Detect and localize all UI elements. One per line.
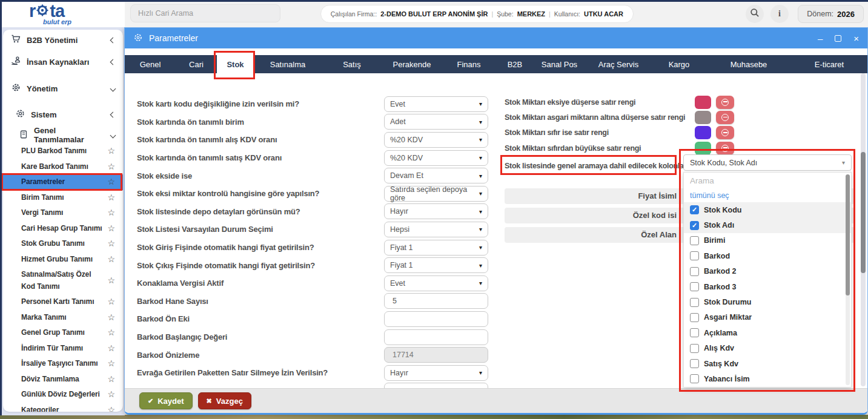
- save-button[interactable]: ✔ Kaydet: [139, 392, 193, 409]
- dialog-tab[interactable]: Finans: [442, 55, 496, 73]
- sidebar-group-genel-tanimlamalar[interactable]: Genel Tanımlamalar: [3, 127, 123, 144]
- sidebar-item[interactable]: İndirim Tür Tanımı ☆: [3, 341, 123, 357]
- form-select[interactable]: %20 KDV ▾: [384, 132, 488, 148]
- sidebar-group-b2b[interactable]: B2B Yönetimi: [3, 31, 123, 49]
- checkbox-icon[interactable]: ✓: [690, 359, 699, 368]
- dialog-tab[interactable]: Perakende: [382, 55, 442, 73]
- dropdown-search-input[interactable]: [684, 176, 838, 185]
- dialog-titlebar[interactable]: Parametreler – ×: [125, 28, 867, 48]
- form-text-input[interactable]: [384, 311, 488, 327]
- dialog-scrollbar[interactable]: [861, 73, 866, 386]
- sidebar-item[interactable]: İrsaliye Taşıyıcı Tanımı ☆: [3, 356, 123, 372]
- star-icon[interactable]: ☆: [108, 192, 115, 204]
- search-button[interactable]: [746, 5, 764, 23]
- color-swatch[interactable]: [695, 96, 711, 109]
- sidebar-item[interactable]: Satınalma/Satış Özel Kod Tanımı ☆: [3, 267, 123, 294]
- form-select[interactable]: Hepsi ▾: [384, 222, 488, 237]
- remove-color-button[interactable]: [716, 142, 734, 155]
- dialog-tab[interactable]: Araç Servis: [585, 55, 652, 73]
- quick-search-input[interactable]: [130, 4, 280, 22]
- checkbox-icon[interactable]: ✓: [690, 344, 699, 353]
- checkbox-icon[interactable]: ✓: [690, 251, 699, 260]
- cancel-button[interactable]: ✖ Vazgeç: [198, 392, 251, 409]
- star-icon[interactable]: ☆: [108, 207, 115, 219]
- form-select[interactable]: Hayır ▾: [384, 203, 488, 219]
- dropdown-option[interactable]: ✓ Barkod 2: [684, 264, 851, 279]
- sidebar-item[interactable]: Genel Grup Tanımı ☆: [3, 325, 123, 341]
- sidebar-item[interactable]: Stok Grubu Tanımı ☆: [3, 236, 123, 252]
- sidebar-group-sistem[interactable]: Sistem: [3, 102, 123, 127]
- checkbox-icon[interactable]: ✓: [690, 313, 699, 322]
- checkbox-icon[interactable]: ✓: [690, 282, 699, 291]
- dialog-tab[interactable]: Muhasebe: [706, 55, 791, 73]
- star-icon[interactable]: ☆: [108, 176, 115, 188]
- form-select[interactable]: %20 KDV ▾: [384, 150, 488, 166]
- dropdown-scrollbar-thumb[interactable]: [846, 174, 850, 295]
- sidebar-item[interactable]: Marka Tanımı ☆: [3, 310, 123, 326]
- checkbox-icon[interactable]: ✓: [690, 374, 699, 383]
- color-swatch[interactable]: [695, 111, 711, 124]
- dropdown-option[interactable]: ✓ Stok Durumu: [684, 294, 851, 309]
- star-icon[interactable]: ☆: [108, 327, 115, 339]
- star-icon[interactable]: ☆: [108, 254, 115, 266]
- checkbox-icon[interactable]: ✓: [690, 236, 699, 245]
- dropdown-option[interactable]: ✓ Stok Kodu: [684, 202, 851, 217]
- period-selector[interactable]: Dönem: 2026: [798, 5, 864, 23]
- sidebar-item[interactable]: Hizmet Grubu Tanımı ☆: [3, 252, 123, 268]
- form-select[interactable]: Fiyat 1 ▾: [384, 240, 488, 256]
- form-select[interactable]: Fiyat 1 ▾: [384, 257, 488, 273]
- maximize-button[interactable]: [835, 35, 841, 42]
- dropdown-option[interactable]: ✓ Barkod 3: [684, 279, 851, 294]
- sidebar-item[interactable]: Cari Hesap Grup Tanımı ☆: [3, 221, 123, 237]
- dropdown-option[interactable]: ✓ Asgari Miktar: [684, 310, 851, 325]
- app-logo[interactable]: r ta bulut erp: [29, 2, 64, 20]
- form-select[interactable]: Evet ▾: [384, 96, 488, 112]
- dialog-tab[interactable]: Kargo: [652, 55, 706, 73]
- star-icon[interactable]: ☆: [108, 312, 115, 324]
- dialog-tab[interactable]: Genel: [125, 55, 176, 73]
- dialog-tab[interactable]: B2B: [496, 55, 534, 73]
- star-icon[interactable]: ☆: [108, 145, 115, 157]
- remove-color-button[interactable]: [716, 96, 734, 109]
- sidebar-item[interactable]: Vergi Tanımı ☆: [3, 205, 123, 221]
- columns-multiselect[interactable]: Stok Kodu, Stok Adı ▾: [683, 154, 852, 171]
- dropdown-option[interactable]: ✓ Birimi: [684, 233, 851, 248]
- checkbox-icon[interactable]: ✓: [690, 205, 699, 214]
- close-button[interactable]: ×: [853, 34, 859, 43]
- dropdown-option[interactable]: ✓ Barkod: [684, 248, 851, 263]
- remove-color-button[interactable]: [716, 126, 734, 139]
- remove-color-button[interactable]: [716, 111, 734, 124]
- sidebar-item[interactable]: Kare Barkod Tanımı ☆: [3, 159, 123, 175]
- color-swatch[interactable]: [695, 126, 711, 139]
- sidebar-item[interactable]: Personel Kartı Tanımı ☆: [3, 294, 123, 310]
- form-select[interactable]: Adet ▾: [384, 114, 488, 130]
- dialog-tab[interactable]: E-ticaret: [791, 55, 867, 73]
- form-select[interactable]: Hayır ▾: [384, 365, 488, 381]
- star-icon[interactable]: ☆: [108, 404, 115, 412]
- star-icon[interactable]: ☆: [108, 238, 115, 250]
- checkbox-icon[interactable]: ✓: [690, 267, 699, 276]
- star-icon[interactable]: ☆: [108, 161, 115, 173]
- sidebar-item[interactable]: PLU Barkod Tanımı ☆: [3, 144, 123, 159]
- star-icon[interactable]: ☆: [108, 389, 115, 401]
- info-button[interactable]: i: [770, 5, 789, 23]
- sidebar-group-hr[interactable]: İnsan Kaynakları: [3, 49, 123, 74]
- color-swatch[interactable]: [695, 142, 711, 155]
- dropdown-option[interactable]: ✓ Yabancı İsim: [684, 371, 851, 386]
- sidebar-item[interactable]: Döviz Tanımlama ☆: [3, 372, 123, 388]
- star-icon[interactable]: ☆: [108, 223, 115, 235]
- dropdown-option[interactable]: ✓: [684, 387, 851, 388]
- dropdown-option[interactable]: ✓ Satış Kdv: [684, 356, 851, 371]
- form-select[interactable]: Devam Et ▾: [384, 168, 488, 183]
- dropdown-option[interactable]: ✓ Açıklama: [684, 325, 851, 340]
- dialog-tab[interactable]: Sanal Pos: [534, 55, 585, 73]
- checkbox-icon[interactable]: ✓: [690, 221, 699, 230]
- dialog-tab[interactable]: Stok: [217, 55, 254, 73]
- checkbox-icon[interactable]: ✓: [690, 298, 699, 307]
- star-icon[interactable]: ☆: [108, 275, 115, 287]
- dialog-tab[interactable]: Cari: [176, 55, 217, 73]
- form-text-input[interactable]: [384, 293, 488, 309]
- sidebar-item[interactable]: Kategoriler ☆: [3, 403, 123, 412]
- dialog-tab[interactable]: Satınalma: [254, 55, 322, 73]
- dropdown-option[interactable]: ✓ Alış Kdv: [684, 341, 851, 356]
